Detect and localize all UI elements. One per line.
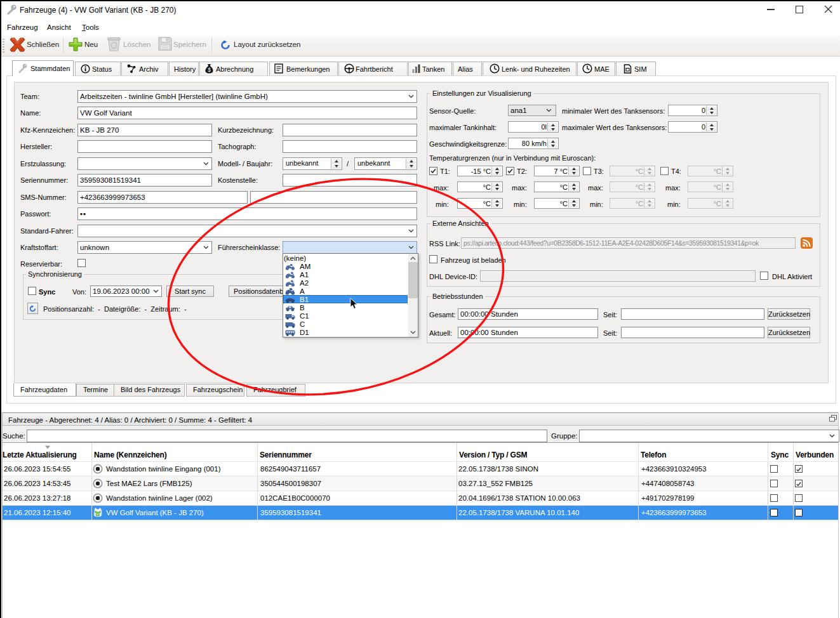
svg-text:$: $ [208,67,211,73]
